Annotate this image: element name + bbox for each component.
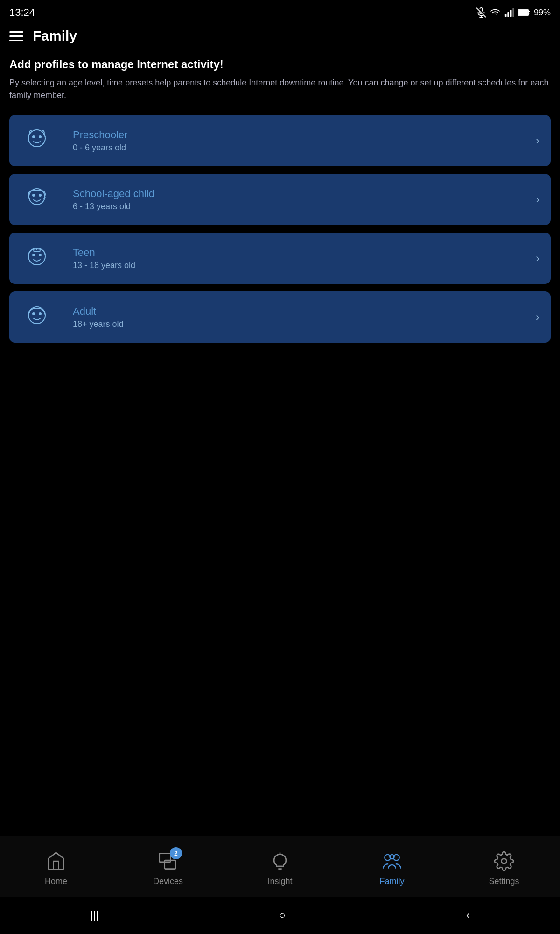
devices-icon: 2 <box>156 849 180 873</box>
family-icon <box>380 849 404 873</box>
nav-item-insight[interactable]: Insight <box>224 849 336 886</box>
school-aged-info: School-aged child 6 - 13 years old <box>73 188 536 212</box>
mute-icon <box>476 7 486 18</box>
school-aged-name: School-aged child <box>73 188 536 200</box>
profile-card-teen[interactable]: Teen 13 - 18 years old › <box>9 233 551 284</box>
signal-icon <box>504 7 514 18</box>
insight-icon <box>268 849 292 873</box>
android-back-button[interactable]: ‹ <box>466 909 469 921</box>
nav-label-devices: Devices <box>153 877 183 886</box>
preschooler-info: Preschooler 0 - 6 years old <box>73 129 536 153</box>
svg-rect-6 <box>510 10 512 17</box>
teen-info: Teen 13 - 18 years old <box>73 247 536 270</box>
bottom-navigation: Home 2 Devices Insight <box>0 836 560 897</box>
svg-rect-9 <box>519 10 528 15</box>
svg-rect-5 <box>507 12 509 17</box>
nav-label-family: Family <box>380 877 405 886</box>
menu-button[interactable] <box>9 31 23 41</box>
android-navigation-bar: ||| ○ ‹ <box>0 897 560 934</box>
svg-point-24 <box>33 313 35 315</box>
adult-age: 18+ years old <box>73 319 536 329</box>
page-title: Family <box>33 28 77 44</box>
adult-name: Adult <box>73 305 536 318</box>
teen-age: 13 - 18 years old <box>73 261 536 270</box>
svg-point-18 <box>33 194 35 196</box>
adult-icon <box>21 301 53 333</box>
status-bar: 13:24 9 <box>0 0 560 23</box>
adult-info: Adult 18+ years old <box>73 305 536 329</box>
status-icons: 99% <box>476 7 551 18</box>
nav-item-settings[interactable]: Settings <box>448 849 560 886</box>
app-header: Family <box>0 23 560 53</box>
main-content: Add profiles to manage Internet activity… <box>0 53 560 355</box>
nav-label-settings: Settings <box>489 877 519 886</box>
preschooler-name: Preschooler <box>73 129 536 141</box>
teen-icon <box>21 242 53 275</box>
home-icon <box>44 849 68 873</box>
page-heading: Add profiles to manage Internet activity… <box>9 58 551 71</box>
svg-rect-4 <box>505 14 507 17</box>
battery-percent: 99% <box>534 8 551 18</box>
school-aged-age: 6 - 13 years old <box>73 202 536 212</box>
card-divider <box>63 247 63 270</box>
chevron-right-icon: › <box>536 252 539 265</box>
chevron-right-icon: › <box>536 193 539 206</box>
nav-item-family[interactable]: Family <box>336 849 448 886</box>
card-divider <box>63 129 63 152</box>
card-divider <box>63 188 63 211</box>
profile-card-school-aged[interactable]: School-aged child 6 - 13 years old › <box>9 174 551 225</box>
card-divider <box>63 305 63 329</box>
svg-point-22 <box>39 254 41 256</box>
svg-point-14 <box>33 136 35 138</box>
school-aged-icon <box>21 183 53 216</box>
nav-item-home[interactable]: Home <box>0 849 112 886</box>
settings-icon <box>492 849 516 873</box>
svg-point-32 <box>502 859 507 864</box>
chevron-right-icon: › <box>536 134 539 147</box>
teen-name: Teen <box>73 247 536 259</box>
svg-rect-7 <box>512 8 514 17</box>
nav-label-home: Home <box>45 877 67 886</box>
profile-card-preschooler[interactable]: Preschooler 0 - 6 years old › <box>9 115 551 166</box>
nav-item-devices[interactable]: 2 Devices <box>112 849 224 886</box>
status-time: 13:24 <box>9 7 35 19</box>
svg-point-25 <box>39 313 41 315</box>
devices-badge: 2 <box>170 847 182 859</box>
svg-point-15 <box>39 136 41 138</box>
svg-point-19 <box>39 194 41 196</box>
preschooler-icon <box>21 124 53 157</box>
page-description: By selecting an age level, time presets … <box>9 77 551 102</box>
preschooler-age: 0 - 6 years old <box>73 143 536 153</box>
battery-icon <box>518 7 530 18</box>
android-home-button[interactable]: ○ <box>279 909 285 921</box>
nav-label-insight: Insight <box>267 877 292 886</box>
profile-card-adult[interactable]: Adult 18+ years old › <box>9 291 551 343</box>
chevron-right-icon: › <box>536 311 539 324</box>
svg-point-21 <box>33 254 35 256</box>
android-recent-button[interactable]: ||| <box>91 909 98 921</box>
wifi-icon <box>490 7 500 18</box>
